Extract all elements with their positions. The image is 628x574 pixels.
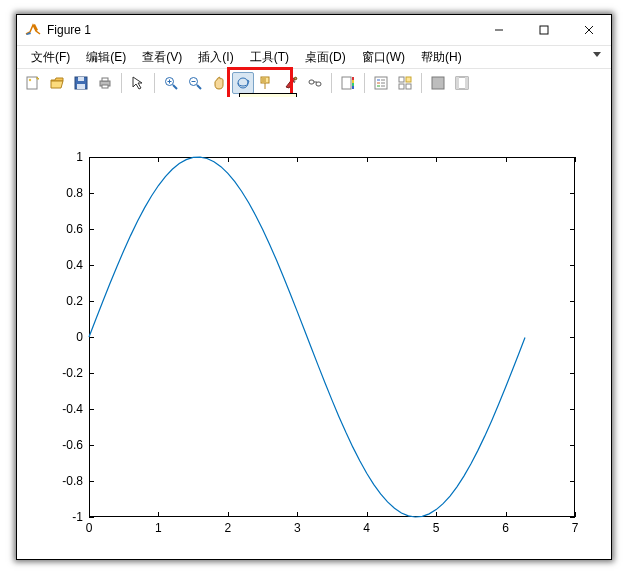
menubar: 文件(F) 编辑(E) 查看(V) 插入(I) 工具(T) 桌面(D) 窗口(W… bbox=[17, 46, 611, 69]
open-icon[interactable] bbox=[46, 72, 68, 94]
menu-window[interactable]: 窗口(W) bbox=[354, 47, 413, 68]
svg-point-2 bbox=[29, 79, 31, 81]
minimize-button[interactable] bbox=[476, 15, 521, 45]
window-title: Figure 1 bbox=[47, 23, 91, 37]
toolbar-separator bbox=[154, 73, 155, 93]
titlebar: Figure 1 bbox=[17, 15, 611, 46]
svg-rect-22 bbox=[406, 77, 411, 82]
menu-desktop[interactable]: 桌面(D) bbox=[297, 47, 354, 68]
svg-rect-5 bbox=[77, 84, 85, 89]
svg-rect-12 bbox=[261, 77, 269, 83]
show-plot-tools-icon[interactable] bbox=[451, 72, 473, 94]
svg-rect-28 bbox=[465, 77, 468, 89]
svg-rect-16 bbox=[352, 77, 354, 80]
menu-view[interactable]: 查看(V) bbox=[134, 47, 190, 68]
svg-rect-4 bbox=[78, 77, 84, 81]
insert-legend-icon[interactable] bbox=[370, 72, 392, 94]
print-icon[interactable] bbox=[94, 72, 116, 94]
svg-rect-13 bbox=[309, 80, 314, 84]
toolbar: 三维旋转 bbox=[17, 69, 611, 97]
svg-rect-19 bbox=[352, 86, 354, 89]
zoom-in-icon[interactable] bbox=[160, 72, 182, 94]
data-cursor-icon[interactable] bbox=[256, 72, 278, 94]
svg-rect-18 bbox=[352, 83, 354, 86]
maximize-button[interactable] bbox=[521, 15, 566, 45]
axes-svg bbox=[17, 97, 585, 527]
app-window: Figure 1 文件(F) 编辑(E) 查看(V) 插入(I) 工具(T) bbox=[16, 14, 612, 560]
svg-rect-24 bbox=[406, 84, 411, 89]
link-data-icon[interactable] bbox=[304, 72, 326, 94]
toolbar-separator bbox=[331, 73, 332, 93]
svg-rect-21 bbox=[399, 77, 404, 82]
toolbar-separator bbox=[364, 73, 365, 93]
menu-help[interactable]: 帮助(H) bbox=[413, 47, 470, 68]
save-icon[interactable] bbox=[70, 72, 92, 94]
series-line bbox=[89, 157, 525, 517]
menubar-overflow-icon[interactable] bbox=[593, 52, 601, 57]
menu-tools[interactable]: 工具(T) bbox=[242, 47, 297, 68]
new-figure-icon[interactable] bbox=[22, 72, 44, 94]
svg-rect-17 bbox=[352, 80, 354, 83]
rotate-3d-icon[interactable] bbox=[232, 72, 254, 94]
toolbar-separator bbox=[421, 73, 422, 93]
svg-rect-1 bbox=[27, 77, 37, 89]
insert-colorbar-icon[interactable] bbox=[337, 72, 359, 94]
menu-edit[interactable]: 编辑(E) bbox=[78, 47, 134, 68]
svg-rect-23 bbox=[399, 84, 404, 89]
svg-rect-8 bbox=[102, 85, 108, 88]
pan-icon[interactable] bbox=[208, 72, 230, 94]
svg-rect-25 bbox=[432, 77, 444, 89]
menu-file[interactable]: 文件(F) bbox=[23, 47, 78, 68]
svg-rect-0 bbox=[540, 26, 548, 34]
zoom-out-icon[interactable] bbox=[184, 72, 206, 94]
new-subplot-icon[interactable] bbox=[394, 72, 416, 94]
brush-icon[interactable] bbox=[280, 72, 302, 94]
svg-rect-7 bbox=[102, 78, 108, 81]
svg-rect-15 bbox=[342, 77, 351, 89]
plot-area: -1-0.8-0.6-0.4-0.200.20.40.60.8101234567 bbox=[17, 97, 611, 559]
menu-insert[interactable]: 插入(I) bbox=[190, 47, 241, 68]
edit-plot-arrow-icon[interactable] bbox=[127, 72, 149, 94]
close-button[interactable] bbox=[566, 15, 611, 45]
svg-rect-14 bbox=[316, 82, 321, 86]
hide-plot-tools-icon[interactable] bbox=[427, 72, 449, 94]
svg-rect-27 bbox=[456, 77, 459, 89]
matlab-icon bbox=[25, 22, 41, 38]
toolbar-separator bbox=[121, 73, 122, 93]
